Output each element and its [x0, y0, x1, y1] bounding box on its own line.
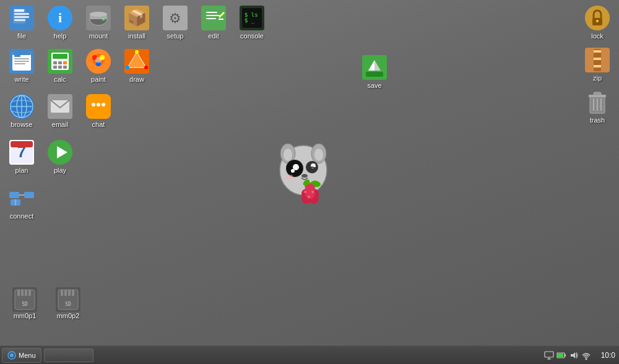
svg-point-144: [586, 358, 587, 360]
svg-rect-32: [14, 61, 29, 62]
icon-mm0p2[interactable]: SD mm0p2: [50, 285, 87, 322]
icon-trash[interactable]: trash: [579, 87, 616, 126]
icon-calc-label: calc: [54, 76, 66, 83]
mascot-image: [266, 124, 347, 214]
battery-icon[interactable]: [556, 350, 566, 360]
icon-connect-label: connect: [10, 212, 34, 220]
icon-file-label: file: [17, 32, 26, 40]
svg-point-102: [314, 149, 323, 161]
icon-email-label: email: [52, 121, 68, 128]
icon-row5: connect: [3, 183, 40, 222]
svg-rect-126: [25, 290, 27, 296]
icon-setup-label: setup: [167, 32, 184, 40]
svg-rect-81: [366, 72, 383, 77]
svg-rect-88: [594, 54, 601, 56]
svg-point-101: [284, 149, 292, 161]
icon-email[interactable]: email: [41, 92, 79, 131]
start-button[interactable]: Menu: [2, 348, 41, 363]
icon-browse-label: browse: [11, 121, 32, 128]
icon-calc[interactable]: calc: [41, 46, 79, 85]
icon-chat-label: chat: [92, 121, 105, 128]
icon-mount-label: mount: [89, 32, 108, 40]
display-icon[interactable]: [544, 350, 554, 360]
icon-trash-label: trash: [590, 116, 605, 124]
svg-marker-143: [571, 352, 575, 358]
icon-console[interactable]: $ ls $ _ console: [233, 3, 271, 42]
volume-icon[interactable]: [569, 350, 579, 360]
wifi-icon[interactable]: [581, 350, 591, 360]
svg-rect-30: [14, 55, 20, 57]
icon-console-label: console: [240, 32, 264, 40]
svg-rect-125: [21, 290, 24, 296]
taskbar-window-item[interactable]: [44, 349, 93, 362]
svg-point-66: [102, 103, 105, 106]
icon-install[interactable]: 📦 install: [118, 3, 155, 42]
icon-paint-label: paint: [91, 76, 106, 83]
svg-rect-43: [63, 66, 67, 69]
svg-text:$ _: $ _: [245, 17, 255, 24]
icon-draw-label: draw: [129, 76, 144, 83]
svg-point-119: [305, 189, 315, 199]
svg-rect-94: [594, 92, 601, 95]
icon-paint[interactable]: paint: [80, 46, 117, 85]
icon-mount[interactable]: mount: [80, 3, 117, 42]
svg-point-122: [308, 196, 310, 198]
taskbar-time: 10:0: [594, 351, 615, 360]
icon-write[interactable]: write: [3, 46, 40, 85]
icon-help[interactable]: i help: [41, 3, 79, 42]
svg-rect-127: [28, 290, 31, 296]
svg-rect-141: [565, 354, 566, 357]
svg-rect-89: [594, 58, 601, 60]
svg-point-54: [126, 66, 129, 69]
svg-point-84: [596, 20, 599, 22]
svg-rect-131: [64, 290, 67, 296]
icon-write-label: write: [14, 76, 28, 83]
start-icon: [7, 351, 16, 360]
icon-draw[interactable]: draw: [118, 46, 155, 85]
icon-plan[interactable]: 7 plan: [3, 137, 40, 176]
svg-point-53: [144, 66, 148, 69]
icon-connect[interactable]: connect: [3, 183, 40, 222]
svg-point-120: [304, 191, 306, 193]
svg-rect-33: [14, 63, 25, 64]
svg-point-52: [135, 50, 139, 54]
icon-save-container: save: [356, 53, 393, 92]
icon-save[interactable]: save: [356, 53, 393, 92]
svg-text:i: i: [58, 10, 62, 25]
svg-rect-133: [72, 290, 74, 296]
icon-setup[interactable]: ⚙ setup: [157, 3, 194, 42]
icon-file[interactable]: file: [3, 3, 40, 42]
icon-play[interactable]: play: [41, 137, 79, 176]
icon-browse[interactable]: browse: [3, 92, 40, 131]
icon-edit-label: edit: [208, 32, 219, 40]
icon-play-label: play: [54, 167, 66, 174]
icon-save-label: save: [367, 82, 381, 89]
desktop: file i help: [0, 0, 619, 345]
icon-zip-label: zip: [593, 74, 602, 82]
start-label: Menu: [19, 352, 36, 359]
icon-row2: write calc: [3, 46, 155, 85]
icon-edit[interactable]: edit: [195, 3, 232, 42]
svg-point-13: [102, 18, 105, 20]
svg-rect-91: [594, 65, 601, 67]
svg-rect-34: [12, 52, 31, 55]
svg-text:SD: SD: [65, 301, 71, 307]
svg-rect-21: [206, 18, 216, 19]
svg-rect-20: [206, 15, 220, 16]
icon-help-label: help: [54, 32, 67, 40]
svg-point-121: [311, 191, 314, 193]
svg-rect-31: [14, 58, 29, 59]
right-icon-column: lock zip: [579, 3, 616, 126]
taskbar: Menu: [0, 345, 619, 364]
icon-lock-label: lock: [591, 32, 604, 40]
svg-point-65: [97, 103, 100, 106]
icon-zip[interactable]: zip: [579, 45, 616, 84]
icon-mm0p1[interactable]: SD mm0p1: [6, 285, 43, 322]
icon-mm0p2-label: mm0p2: [57, 312, 80, 319]
svg-rect-40: [63, 61, 67, 64]
svg-rect-74: [24, 192, 34, 198]
icon-chat[interactable]: chat: [80, 92, 117, 131]
svg-rect-38: [53, 61, 57, 64]
svg-point-64: [92, 103, 95, 106]
icon-lock[interactable]: lock: [579, 3, 616, 42]
